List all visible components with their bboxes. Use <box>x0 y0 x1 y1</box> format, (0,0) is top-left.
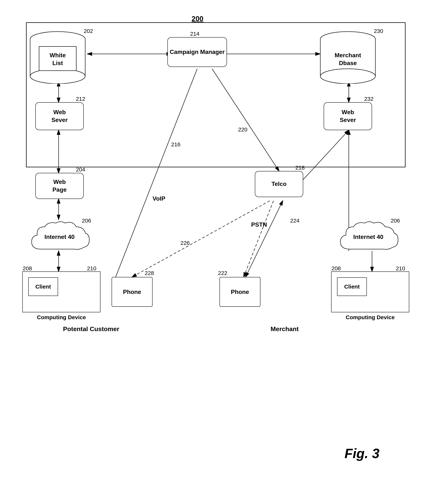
white-list-ref: 202 <box>84 28 93 34</box>
figure-label: Fig. 3 <box>345 446 379 461</box>
svg-point-22 <box>30 69 85 84</box>
arrow-224-ref: 224 <box>290 217 300 224</box>
svg-text:Internet 40: Internet 40 <box>45 234 75 240</box>
svg-line-13 <box>132 201 270 277</box>
merchant-label: Merchant <box>220 325 350 333</box>
client-right-inner-ref: 210 <box>396 265 405 272</box>
client-right-inner-label: Client <box>344 284 359 290</box>
client-left-outer-ref: 208 <box>23 265 32 272</box>
web-server-right: WebSever 232 <box>324 102 372 130</box>
merchant-dbase: Merchant Dbase 230 <box>320 30 376 84</box>
arrow-216-ref: 216 <box>171 141 180 148</box>
phone-right-ref: 222 <box>218 270 227 276</box>
internet-right-ref: 206 <box>391 217 400 224</box>
internet-left-ref: 206 <box>82 217 91 224</box>
web-server-left-ref: 212 <box>76 95 85 102</box>
svg-text:List: List <box>53 60 63 66</box>
arrow-220-ref: 220 <box>238 126 248 133</box>
campaign-manager: Campaign Manager 214 <box>167 37 227 67</box>
web-page: WebPage 204 <box>35 173 84 199</box>
client-left-inner-ref: 210 <box>87 265 96 272</box>
svg-text:White: White <box>49 52 66 59</box>
web-page-ref: 204 <box>76 166 85 173</box>
client-left-device-label: Computing Device <box>22 314 101 321</box>
svg-text:Merchant: Merchant <box>335 52 361 59</box>
client-left-inner-label: Client <box>35 284 51 290</box>
diagram-container: 200 White List 202 Campaign Manager 214 <box>15 11 417 476</box>
web-server-left: WebSever 212 <box>35 102 84 130</box>
internet-cloud-right: Internet 40 206 <box>335 219 402 257</box>
web-server-right-ref: 232 <box>364 95 374 102</box>
phone-left-ref: 228 <box>145 270 154 276</box>
client-computing-left-outer: 208 Client 210 <box>22 271 101 312</box>
white-list-db: White List 202 <box>30 30 86 84</box>
potential-customer-label: Potental Customer <box>26 325 156 333</box>
svg-line-17 <box>246 201 283 277</box>
voip-label: VoIP <box>153 195 165 202</box>
arrow-226-ref: 226 <box>180 240 190 246</box>
svg-text:Dbase: Dbase <box>339 60 357 66</box>
client-right-device-label: Computing Device <box>331 314 409 321</box>
campaign-manager-ref: 214 <box>190 30 199 37</box>
pstn-label: PSTN <box>251 221 267 228</box>
client-computing-right-outer: 208 Client 210 <box>331 271 409 312</box>
svg-text:Internet 40: Internet 40 <box>353 234 383 240</box>
svg-point-30 <box>320 69 375 84</box>
client-right-outer-ref: 208 <box>331 265 341 272</box>
phone-right: Phone 222 <box>220 277 260 307</box>
telco-ref: 218 <box>295 164 305 171</box>
internet-cloud-left: Internet 40 206 <box>26 219 93 257</box>
telco: Telco 218 <box>255 171 303 197</box>
phone-left: Phone 228 <box>112 277 153 307</box>
diagram-title: 200 <box>192 15 203 23</box>
svg-rect-23 <box>39 46 76 71</box>
merchant-dbase-ref: 230 <box>374 28 383 34</box>
svg-line-12 <box>244 201 274 277</box>
